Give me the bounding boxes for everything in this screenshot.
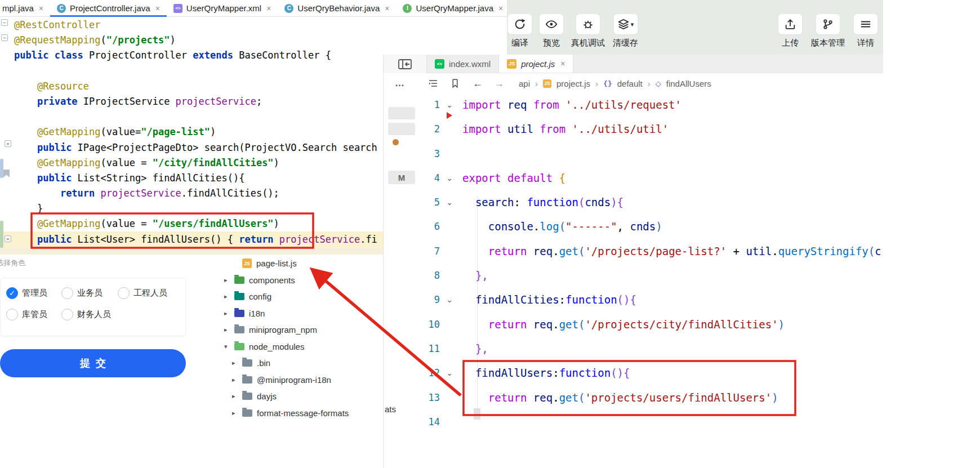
tree-item-format-message-formats[interactable]: ▸format-message-formats [214,405,383,422]
fold-expand-icon[interactable]: + [5,235,11,242]
tab-projectcontroller-java[interactable]: ProjectController.java × [50,0,167,16]
tree-item--bin[interactable]: ▸.bin [214,355,383,372]
upload-button[interactable]: 上传 [778,14,802,48]
details-button[interactable]: 详情 [854,14,877,48]
code-line: }, [462,337,880,361]
compile-button[interactable]: 编译 [508,14,532,48]
editor-tab-bar: index.wxml project.js × [384,55,883,73]
clear-cache-button[interactable]: ▾ 清缓存 [613,14,638,48]
change-marker [0,221,3,248]
code-line [0,64,383,79]
tree-item-node-modules[interactable]: ▾node_modules [214,338,383,355]
tree-item-miniprogram-npm[interactable]: ▸miniprogram_npm [214,322,383,338]
tree-item-label: config [249,292,271,301]
tab-index-wxml[interactable]: index.wxml [427,55,499,73]
close-icon[interactable]: × [498,4,503,13]
submit-button[interactable]: 提交 [0,349,186,377]
breadcrumb-item[interactable]: project.js [556,79,590,88]
line-number[interactable]: 9 [415,288,440,312]
radio-role-finance[interactable]: 财务人员 [61,309,111,320]
tree-item-dayjs[interactable]: ▸dayjs [214,388,383,405]
code-line [462,142,880,166]
code-line: return req.get('/projects/page-list?' + … [462,239,880,264]
breadcrumb-item[interactable]: default [617,79,643,88]
back-icon[interactable]: ← [473,78,483,90]
fold-chevron-icon[interactable]: ⌄ [443,166,456,190]
tree-item-label: page-list.js [256,258,297,268]
breadcrumb-item[interactable]: findAllUsers [666,79,711,88]
tab-mpl-java[interactable]: mpl.java × [0,0,50,16]
breadcrumb-separator [535,79,538,88]
tree-item--miniprogram-i18n[interactable]: ▸@miniprogram-i18n [214,372,383,389]
fold-gutter[interactable]: ⌄⌄⌄⌄⌄ [443,93,456,434]
fold-chevron-icon[interactable]: ⌄ [443,288,456,312]
line-number-gutter[interactable]: 1234567891011121314 [415,93,440,434]
tab-label: mpl.java [2,3,34,13]
bookmark-icon[interactable] [450,78,460,88]
line-number[interactable]: 2 [415,117,440,141]
code-line: }, [462,264,880,288]
details-icon [854,14,877,34]
fold-marker-icon[interactable]: − [1,19,8,26]
tab-userqrymapper-java[interactable]: UserQryMapper.java × [396,0,510,16]
radio-role-warehouse[interactable]: 库管员 [6,309,47,320]
chevron-right-icon: ▸ [232,393,240,400]
line-number[interactable]: 5 [415,190,440,215]
tree-item-i18n[interactable]: ▸i18n [214,305,383,322]
more-actions-icon[interactable]: … [395,78,405,89]
line-number[interactable]: 13 [415,386,440,410]
fold-chevron-icon[interactable]: ⌄ [443,190,456,215]
close-icon[interactable]: × [155,4,160,13]
tree-item-config[interactable]: ▸config [214,288,383,305]
fold-chevron-icon[interactable]: ⌄ [443,361,456,385]
close-icon[interactable]: × [385,4,389,13]
fold-chevron-icon[interactable]: ⌄ [443,93,456,117]
radio-role-engineer[interactable]: 工程人员 [118,287,167,299]
tree-item-label: .bin [257,358,270,368]
fold-expand-icon[interactable]: + [5,140,11,147]
line-number[interactable]: 8 [415,264,440,288]
tab-project-js[interactable]: project.js × [499,55,573,73]
line-number[interactable]: 1 [415,93,440,117]
tab-userqrymapper-xml[interactable]: UserQryMapper.xml × [167,0,278,16]
preview-button[interactable]: 预览 [540,14,563,48]
close-icon[interactable]: × [560,59,565,68]
line-number[interactable]: 6 [415,215,440,239]
radio-role-admin[interactable]: 管理员 [6,287,47,299]
breadcrumb-item[interactable]: api [519,79,530,88]
toolbar-label: 清缓存 [613,38,638,48]
role-label: 业务员 [77,288,103,298]
gutter-dot [393,139,399,145]
fold-spacer [443,215,456,239]
radio-icon [118,287,130,299]
line-number[interactable]: 14 [415,410,440,434]
radio-checked-icon [6,287,18,299]
fold-spacer [443,239,456,264]
close-icon[interactable]: × [39,4,43,13]
radio-role-sales[interactable]: 业务员 [61,287,103,299]
fold-marker-icon[interactable]: − [1,34,8,41]
folder-icon [242,393,252,400]
line-number[interactable]: 7 [415,239,440,264]
line-number[interactable]: 3 [415,142,440,166]
intellij-editor[interactable]: @RestController@RequestMapping("/project… [0,17,383,255]
line-number[interactable]: 12 [415,361,440,385]
tree-item-page-list-js[interactable]: page-list.js [214,255,383,272]
outline-icon[interactable] [427,78,439,89]
forward-icon[interactable]: → [494,78,504,90]
close-icon[interactable]: × [266,4,271,13]
js-icon [507,59,516,69]
line-number[interactable]: 11 [415,337,440,361]
tab-userqrybehavior-java[interactable]: UserQryBehavior.java × [278,0,396,16]
gutter-block [388,123,415,135]
collapse-sidebar-button[interactable] [384,55,427,73]
code-line: @GetMapping(value = "/users/findAllUsers… [0,216,383,231]
line-number[interactable]: 10 [415,313,440,337]
version-control-button[interactable]: 版本管理 [811,14,845,48]
device-debug-button[interactable]: 真机调试 [571,14,605,48]
devtools-editor[interactable]: index.wxml project.js × … ← → api projec… [383,55,883,468]
toolbar-label: 详情 [857,38,874,48]
line-number[interactable]: 4 [415,166,440,190]
tree-item-components[interactable]: ▸components [214,272,383,289]
collapse-sidebar-icon [398,58,412,70]
